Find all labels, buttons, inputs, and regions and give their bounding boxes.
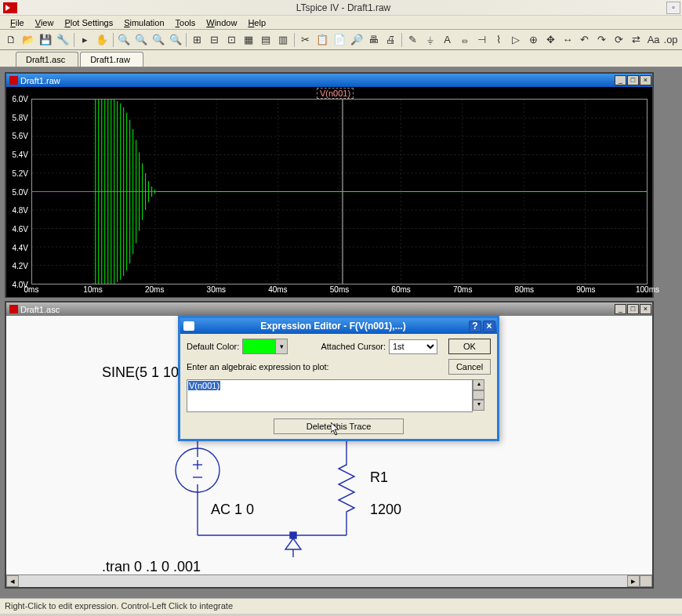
plot-window-title: Draft1.raw xyxy=(20,76,60,85)
schematic-close-button[interactable]: × xyxy=(640,304,651,314)
menu-help[interactable]: Help xyxy=(242,17,271,28)
app-title: LTspice IV - Draft1.raw xyxy=(20,2,666,13)
plot-canvas[interactable] xyxy=(31,99,648,284)
zoom-area-icon[interactable]: 🔍 xyxy=(116,31,132,48)
menu-file[interactable]: File xyxy=(5,17,30,28)
plot-close-button[interactable]: × xyxy=(640,75,651,85)
plot-window-titlebar[interactable]: Draft1.raw _ □ × xyxy=(6,74,652,87)
move-icon[interactable]: ✥ xyxy=(542,31,559,48)
delete-trace-button[interactable]: Delete this Trace xyxy=(274,419,404,434)
text-icon[interactable]: Aa xyxy=(645,31,662,48)
close-all-icon[interactable]: ▥ xyxy=(275,31,292,48)
menu-tools[interactable]: Tools xyxy=(170,17,201,28)
default-color-label: Default Color: xyxy=(187,342,239,351)
minimize-button[interactable]: _ xyxy=(615,304,626,314)
expression-value: V(n001) xyxy=(188,381,220,390)
mirror-icon[interactable]: ⇄ xyxy=(628,31,644,48)
app-title-bar: LTspice IV - Draft1.raw ◦ xyxy=(0,0,682,16)
print-setup-icon[interactable]: 🖨 xyxy=(383,31,399,48)
y-axis-labels: 6.0V 5.8V 5.6V 5.4V 5.2V 5.0V 4.8V 4.6V … xyxy=(8,99,30,284)
rotate-icon[interactable]: ⟳ xyxy=(611,31,627,48)
schematic-window-title: Draft1.asc xyxy=(20,305,60,314)
dialog-titlebar[interactable]: Expression Editor - F(V(n001),...) ? × xyxy=(180,318,497,334)
expression-label: Enter an algebraic expression to plot: xyxy=(187,362,448,371)
draw-wire-icon[interactable]: ✎ xyxy=(404,31,421,48)
resistor-icon[interactable]: ⏛ xyxy=(456,31,473,48)
scroll-left-button[interactable]: ◂ xyxy=(6,575,19,587)
maximize-button[interactable]: □ xyxy=(627,304,639,314)
trace-label[interactable]: V(n001) xyxy=(317,88,354,99)
x-axis-labels: 0ms 10ms 20ms 30ms 40ms 50ms 60ms 70ms 8… xyxy=(31,285,648,296)
window-icon xyxy=(9,76,18,85)
zoom-back-icon[interactable]: 🔍 xyxy=(132,31,149,48)
tab-draft1-asc[interactable]: Draft1.asc xyxy=(16,52,78,67)
minimize-button[interactable]: _ xyxy=(615,75,626,85)
app-logo-icon xyxy=(3,2,17,13)
scroll-track[interactable] xyxy=(19,575,627,587)
maximize-button[interactable]: □ xyxy=(627,75,639,85)
attached-cursor-label: Attached Cursor: xyxy=(321,342,386,351)
status-bar: Right-Click to edit expression. Control-… xyxy=(0,598,682,614)
plot-window: Draft1.raw _ □ × V(n001) 6.0V 5.8V 5.6V … xyxy=(5,72,654,298)
status-text: Right-Click to edit expression. Control-… xyxy=(5,601,233,611)
label-net-icon[interactable]: A xyxy=(439,31,455,48)
redo-icon[interactable]: ↷ xyxy=(593,31,610,48)
spice-directive-icon[interactable]: .op xyxy=(662,31,679,48)
dialog-icon xyxy=(183,321,194,331)
open-icon[interactable]: 📂 xyxy=(20,31,37,48)
svg-rect-52 xyxy=(290,532,296,538)
pan-icon[interactable]: 🔍 xyxy=(167,31,183,48)
ok-button[interactable]: OK xyxy=(448,339,491,354)
control-panel-icon[interactable]: 🔧 xyxy=(55,31,71,48)
copy-icon[interactable]: 📋 xyxy=(314,31,331,48)
expression-textarea[interactable]: V(n001) xyxy=(187,379,484,412)
cascade-icon[interactable]: ▤ xyxy=(258,31,274,48)
menu-plot-settings[interactable]: Plot Settings xyxy=(59,17,118,28)
dialog-title: Expression Editor - F(V(n001),...) xyxy=(198,321,469,332)
expression-scrollbar[interactable]: ▴▾ xyxy=(472,379,484,412)
horizontal-scrollbar[interactable]: ◂ ▸ xyxy=(6,574,652,587)
menu-bar: File View Plot Settings Simulation Tools… xyxy=(0,16,682,30)
component-icon[interactable]: ⊕ xyxy=(525,31,542,48)
toolbar: 🗋 📂 💾 🔧 ▸ ✋ 🔍 🔍 🔍 🔍 ⊞ ⊟ ⊡ ▦ ▤ ▥ ✂ 📋 📄 🔎 … xyxy=(0,30,682,50)
tile-horz-icon[interactable]: ⊡ xyxy=(223,31,240,48)
schematic-window-titlebar[interactable]: Draft1.asc _ □ × xyxy=(6,303,652,316)
scroll-right-button[interactable]: ▸ xyxy=(627,575,640,587)
menu-simulation[interactable]: Simulation xyxy=(118,17,169,28)
menu-view[interactable]: View xyxy=(30,17,60,28)
diode-icon[interactable]: ▷ xyxy=(508,31,524,48)
window-icon xyxy=(9,305,18,313)
find-icon[interactable]: 🔎 xyxy=(349,31,365,48)
expression-textarea-wrap: V(n001) ▴▾ xyxy=(187,379,484,412)
menu-window[interactable]: Window xyxy=(201,17,242,28)
autorange-icon[interactable]: ⊞ xyxy=(189,31,205,48)
tile-vert-icon[interactable]: ⊟ xyxy=(206,31,223,48)
dialog-help-button[interactable]: ? xyxy=(469,321,481,332)
close-button[interactable]: ◦ xyxy=(666,2,680,14)
tab-strip: Draft1.asc Draft1.raw xyxy=(0,50,682,67)
tile-icon[interactable]: ▦ xyxy=(241,31,257,48)
inductor-icon[interactable]: ⌇ xyxy=(491,31,507,48)
zoom-extents-icon[interactable]: 🔍 xyxy=(150,31,166,48)
cancel-button[interactable]: Cancel xyxy=(448,359,491,375)
plot-area[interactable]: V(n001) 6.0V 5.8V 5.6V 5.4V 5.2V 5.0V 4.… xyxy=(6,87,652,297)
attached-cursor-select[interactable]: 1st xyxy=(389,339,437,354)
draw-ground-icon[interactable]: ⏚ xyxy=(422,31,438,48)
capacitor-icon[interactable]: ⊣ xyxy=(473,31,490,48)
new-icon[interactable]: 🗋 xyxy=(3,31,20,48)
dialog-close-button[interactable]: × xyxy=(483,321,495,332)
drag-icon[interactable]: ↔ xyxy=(560,31,576,48)
run-icon[interactable]: ▸ xyxy=(77,31,93,48)
save-icon[interactable]: 💾 xyxy=(38,31,54,48)
scroll-corner xyxy=(640,575,652,587)
paste-icon[interactable]: 📄 xyxy=(332,31,348,48)
expression-editor-dialog: Expression Editor - F(V(n001),...) ? × D… xyxy=(178,316,499,441)
default-color-select[interactable] xyxy=(242,339,288,354)
undo-icon[interactable]: ↶ xyxy=(577,31,593,48)
halt-icon[interactable]: ✋ xyxy=(94,31,111,48)
print-icon[interactable]: 🖶 xyxy=(365,31,382,48)
cut-icon[interactable]: ✂ xyxy=(297,31,314,48)
tab-draft1-raw[interactable]: Draft1.raw xyxy=(80,52,143,67)
mdi-area: Draft1.raw _ □ × V(n001) 6.0V 5.8V 5.6V … xyxy=(0,67,682,598)
